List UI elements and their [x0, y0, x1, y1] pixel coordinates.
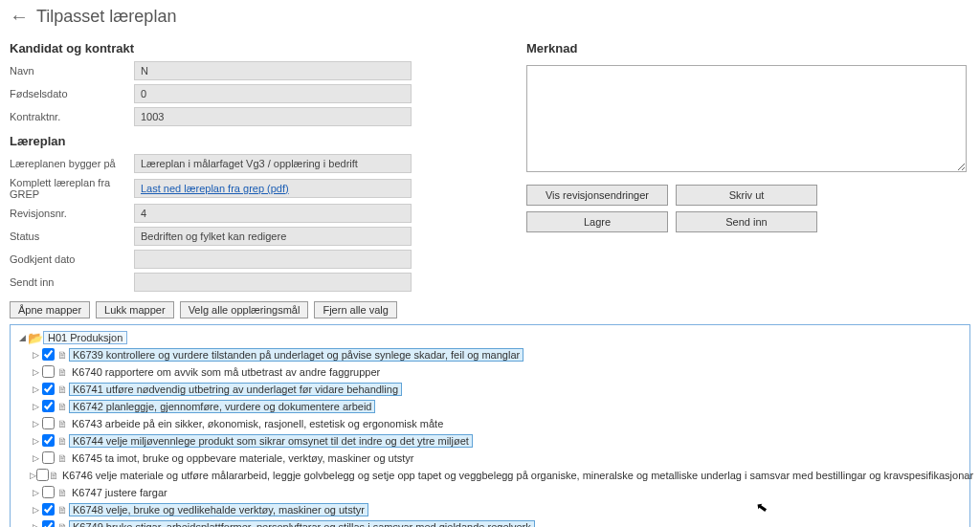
expand-icon[interactable]: ◢	[16, 333, 28, 342]
checkbox[interactable]	[36, 469, 49, 483]
lukk-mapper-button[interactable]: Lukk mapper	[96, 301, 174, 318]
expand-icon[interactable]: ▷	[30, 488, 41, 497]
tree-item[interactable]: ▷🗎K6748 velje, bruke og vedlikehalde ver…	[30, 501, 964, 518]
field-godkjent	[134, 250, 412, 269]
checkbox[interactable]	[41, 434, 56, 449]
field-sendt	[134, 273, 412, 292]
checkbox[interactable]	[41, 417, 56, 431]
tree-item-label: K6748 velje, bruke og vedlikehalde verkt…	[69, 503, 368, 516]
checkbox[interactable]	[41, 365, 56, 380]
tree-item-label: K6744 velje miljøvennlege produkt som si…	[69, 434, 473, 448]
label-sendt: Sendt inn	[10, 276, 134, 288]
checkbox[interactable]	[41, 486, 56, 500]
checkbox[interactable]	[41, 400, 56, 414]
fjern-alle-button[interactable]: Fjern alle valg	[314, 301, 396, 318]
send-inn-button[interactable]: Send inn	[676, 211, 817, 232]
field-navn: N	[134, 61, 412, 80]
checkbox[interactable]	[41, 520, 56, 528]
expand-icon[interactable]: ▷	[30, 419, 41, 428]
label-bygger-pa: Læreplanen bygger på	[10, 158, 134, 169]
document-icon: 🗎	[49, 470, 59, 481]
document-icon: 🗎	[56, 487, 69, 498]
tree-item-label: K6745 ta imot, bruke og oppbevare materi…	[69, 452, 416, 464]
document-icon: 🗎	[56, 435, 69, 447]
folder-label: H01 Produksjon	[43, 331, 127, 344]
kandidat-heading: Kandidat og kontrakt	[10, 41, 507, 55]
tree-item[interactable]: ▷🗎K6744 velje miljøvennlege produkt som …	[30, 432, 964, 450]
tree-item[interactable]: ▷🗎K6746 velje materiale og utføre målara…	[30, 467, 964, 484]
cursor-icon: ⬉	[755, 498, 769, 516]
folder-icon: 📂	[28, 331, 43, 345]
tree-item[interactable]: ▷🗎K6745 ta imot, bruke og oppbevare mate…	[30, 450, 964, 467]
tree-item-label: K6742 planleggje, gjennomføre, vurdere o…	[69, 400, 375, 413]
field-fodselsdato: 0	[134, 84, 412, 103]
tree-item[interactable]: ▷🗎K6749 bruke stigar, arbeidsplattformer…	[30, 518, 964, 527]
document-icon: 🗎	[56, 452, 69, 464]
document-icon: 🗎	[56, 418, 69, 429]
checkbox[interactable]	[41, 451, 56, 466]
tree-item-label: K6746 velje materiale og utføre målararb…	[59, 470, 976, 481]
expand-icon[interactable]: ▷	[30, 384, 41, 394]
label-kontraktnr: Kontraktnr.	[10, 111, 134, 122]
tree-item[interactable]: ▷🗎K6743 arbeide på ein sikker, økonomisk…	[30, 415, 964, 432]
expand-icon[interactable]: ▷	[30, 505, 41, 515]
lagre-button[interactable]: Lagre	[526, 211, 668, 232]
page-title: Tilpasset læreplan	[36, 7, 176, 27]
expand-icon[interactable]: ▷	[30, 367, 41, 377]
field-bygger-pa: Læreplan i målarfaget Vg3 / opplæring i …	[134, 154, 412, 173]
expand-icon[interactable]: ▷	[30, 436, 41, 446]
back-arrow-icon[interactable]: ←	[10, 6, 29, 28]
label-status: Status	[10, 231, 134, 242]
tree-item-label: K6747 justere fargar	[69, 487, 170, 498]
tree-item-label: K6741 utføre nødvendig utbetring av unde…	[69, 383, 402, 396]
download-grep-link[interactable]: Last ned læreplan fra grep (pdf)	[141, 183, 289, 194]
document-icon: 🗎	[56, 384, 69, 395]
label-revisjonsnr: Revisjonsnr.	[10, 208, 134, 219]
document-icon: 🗎	[56, 366, 69, 378]
skriv-ut-button[interactable]: Skriv ut	[676, 185, 817, 206]
vis-revisjonsendringer-button[interactable]: Vis revisjonsendringer	[526, 185, 668, 206]
document-icon: 🗎	[56, 521, 69, 527]
expand-icon[interactable]: ▷	[30, 471, 36, 480]
tree-item-label: K6739 kontrollere og vurdere tilstanden …	[69, 348, 523, 362]
checkbox[interactable]	[41, 348, 56, 362]
document-icon: 🗎	[56, 504, 69, 516]
tree-item[interactable]: ▷🗎K6740 rapportere om avvik som må utbet…	[30, 363, 964, 381]
tree-item-label: K6743 arbeide på ein sikker, økonomisk, …	[69, 418, 446, 429]
tree-item-label: K6740 rapportere om avvik som må utbetra…	[69, 366, 383, 378]
tree-item-label: K6749 bruke stigar, arbeidsplattformer, …	[69, 520, 535, 527]
field-revisjonsnr: 4	[134, 204, 412, 223]
expand-icon[interactable]: ▷	[30, 402, 41, 411]
expand-icon[interactable]: ▷	[30, 522, 41, 527]
label-godkjent: Godkjent dato	[10, 253, 134, 265]
merknad-heading: Merknad	[526, 41, 970, 55]
document-icon: 🗎	[56, 349, 69, 361]
merknad-textarea[interactable]	[526, 65, 967, 172]
expand-icon[interactable]: ▷	[30, 350, 41, 360]
label-komplett: Komplett læreplan fra GREP	[10, 177, 134, 200]
checkbox[interactable]	[41, 503, 56, 517]
tree-panel: ◢ 📂 H01 Produksjon ▷🗎K6739 kontrollere o…	[10, 324, 970, 527]
apne-mapper-button[interactable]: Åpne mapper	[10, 301, 90, 318]
tree-item[interactable]: ▷🗎K6739 kontrollere og vurdere tilstande…	[30, 346, 964, 363]
document-icon: 🗎	[56, 401, 69, 412]
label-navn: Navn	[10, 65, 134, 77]
field-kontraktnr: 1003	[134, 107, 412, 126]
checkbox[interactable]	[41, 383, 56, 397]
label-fodselsdato: Fødselsdato	[10, 88, 134, 99]
expand-icon[interactable]: ▷	[30, 453, 41, 463]
field-status: Bedriften og fylket kan redigere	[134, 227, 412, 246]
tree-item[interactable]: ▷🗎K6742 planleggje, gjennomføre, vurdere…	[30, 398, 964, 415]
tree-item[interactable]: ▷🗎K6741 utføre nødvendig utbetring av un…	[30, 381, 964, 398]
field-komplett: Last ned læreplan fra grep (pdf)	[134, 179, 412, 198]
laereplan-heading: Læreplan	[10, 134, 507, 148]
tree-folder-h01[interactable]: ◢ 📂 H01 Produksjon	[16, 329, 964, 346]
tree-item[interactable]: ▷🗎K6747 justere fargar	[30, 484, 964, 501]
velg-alle-button[interactable]: Velg alle opplæringsmål	[180, 301, 309, 318]
